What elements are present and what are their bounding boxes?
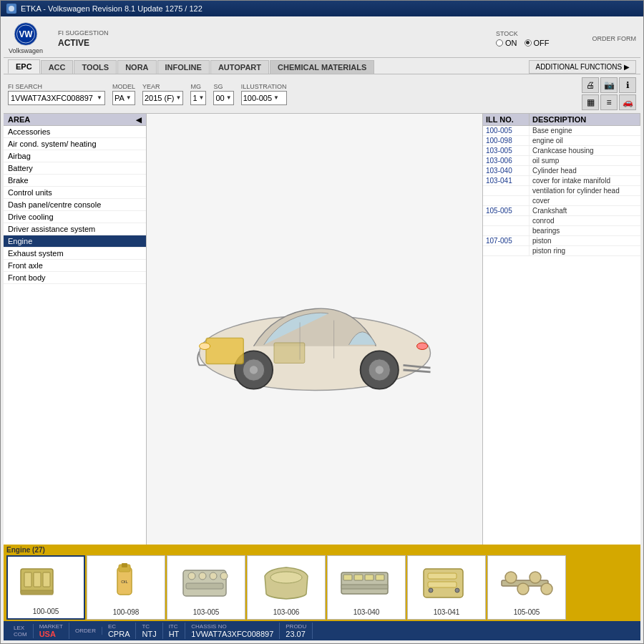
table-row[interactable]: 107-005 piston [483,236,640,246]
mg-label: MG [190,83,206,90]
thumbnail-103-005[interactable]: 103-005 [167,555,245,620]
info-icon[interactable]: ℹ [619,77,636,93]
stock-on-radio[interactable] [496,39,503,47]
tab-epc[interactable]: EPC [8,59,40,74]
area-item-driver-assistance[interactable]: Driver assistance system [4,223,146,235]
stock-off-radio[interactable] [525,39,532,47]
itc-label: ITC [169,623,180,630]
status-ec: EC CPRA [102,623,137,639]
model-dropdown[interactable]: PA ▼ [112,91,135,105]
table-row[interactable]: 103-041 cover for intake manifold [483,176,640,186]
part-code [483,216,530,225]
model-label: MODEL [112,83,135,90]
area-item-front-body[interactable]: Front body [4,272,146,284]
thumbnail-103-040[interactable]: 103-040 [327,555,406,620]
fi-search-input[interactable] [11,94,97,102]
part-desc: Crankshaft [530,206,640,215]
mg-arrow[interactable]: ▼ [199,94,205,101]
thumbnail-100-098[interactable]: OIL 100-098 [87,555,165,620]
area-item-accessories[interactable]: Accessories [4,126,146,138]
ill-no-header: ILL NO. [483,114,530,125]
table-row[interactable]: cover [483,196,640,206]
area-item-brake[interactable]: Brake [4,175,146,187]
fi-search-dropdown-arrow[interactable]: ▼ [97,94,102,101]
thumb-img-103-041 [411,559,482,607]
table-row[interactable]: 103-006 oil sump [483,156,640,166]
table-row[interactable]: 100-005 Base engine [483,126,640,136]
table-row[interactable]: conrod [483,216,640,226]
tab-nora[interactable]: NORA [117,60,156,74]
svg-point-7 [249,366,257,374]
area-item-air-cond[interactable]: Air cond. system/ heating [4,138,146,150]
illustration-field: ILLUSTRATION 100-005 ▼ [241,83,287,105]
table-row[interactable]: 100-098 engine oil [483,136,640,146]
tab-autopart[interactable]: AUTOPART [210,60,269,74]
area-item-front-axle[interactable]: Front axle [4,260,146,272]
grid-icon[interactable]: ▦ [582,94,599,110]
table-row[interactable]: piston ring [483,246,640,256]
area-item-exhaust[interactable]: Exhaust system [4,248,146,260]
sg-field: SG 00 ▼ [213,83,233,105]
part-code: 103-041 [483,176,530,185]
fi-suggestion-label: FI SUGGESTION [58,29,109,36]
svg-point-44 [429,588,433,592]
year-arrow[interactable]: ▼ [176,94,182,101]
thumb-label-103-041: 103-041 [434,608,460,616]
area-item-engine[interactable]: Engine [4,235,146,248]
thumbnail-100-005[interactable]: 100-005 [6,555,85,620]
part-code [483,186,530,195]
table-row[interactable]: 103-040 Cylinder head [483,166,640,176]
mg-dropdown[interactable]: 1 ▼ [190,91,206,105]
svg-point-17 [199,343,210,350]
lexcom-icon: LEXCOM [14,625,27,638]
table-row[interactable]: ventilation for cylinder head [483,186,640,196]
area-item-airbag[interactable]: Airbag [4,150,146,162]
order-form-block: ORDER FORM [592,35,637,42]
thumb-img-105-005 [491,559,562,607]
status-bar: LEXCOM MARKET USA ORDER EC CPRA TC NTJ I… [4,621,640,640]
table-row[interactable]: bearings [483,226,640,236]
tab-chemical[interactable]: CHEMICAL MATERIALS [270,60,374,74]
list-icon[interactable]: ≡ [600,94,618,110]
part-code [483,196,530,205]
area-item-drive-cooling[interactable]: Drive cooling [4,211,146,223]
stock-off-option[interactable]: OFF [525,39,550,47]
table-row[interactable]: 105-005 Crankshaft [483,206,640,216]
area-item-dash-panel[interactable]: Dash panel/centre console [4,199,146,211]
svg-rect-20 [24,572,31,587]
thumbnail-105-005[interactable]: 105-005 [487,555,566,620]
area-title: AREA [8,115,30,124]
year-dropdown[interactable]: 2015 (F) ▼ [142,91,184,105]
part-code: 100-098 [483,136,530,145]
thumb-img-103-040 [331,559,402,607]
thumbnail-103-041[interactable]: 103-041 [407,555,486,620]
tc-value: NTJ [142,630,156,638]
car-icon[interactable]: 🚗 [619,94,636,110]
tab-infoline[interactable]: INFOLINE [157,60,210,74]
main-content: VW Volkswagen FI SUGGESTION ACTIVE STOCK… [1,16,643,643]
table-row[interactable]: 103-005 Crankcase housing [483,146,640,156]
model-arrow[interactable]: ▼ [126,94,132,101]
tab-tools[interactable]: TOOLS [74,60,117,74]
tab-acc[interactable]: ACC [41,60,74,74]
thumbnail-103-006[interactable]: 103-006 [247,555,326,620]
illustration-arrow[interactable]: ▼ [273,94,279,101]
part-desc: cover [530,196,640,205]
model-field: MODEL PA ▼ [112,83,135,105]
stock-block: STOCK ON OFF [496,30,550,47]
additional-functions-btn[interactable]: ADDITIONAL FUNCTIONS ▶ [529,60,636,74]
produ-value: 23.07 [286,630,306,638]
area-item-battery[interactable]: Battery [4,162,146,175]
search-bar: FI SEARCH ▼ MODEL PA ▼ YEAR 2015 (F) ▼ [4,74,640,114]
area-collapse-icon[interactable]: ◀ [136,116,142,124]
stock-on-option[interactable]: ON [496,39,517,47]
camera-icon[interactable]: 📷 [600,77,618,93]
sg-arrow[interactable]: ▼ [226,94,232,101]
fi-search-input-wrap[interactable]: ▼ [8,91,105,105]
area-item-control-units[interactable]: Control units [4,187,146,199]
part-desc: Base engine [530,126,640,135]
illustration-dropdown[interactable]: 100-005 ▼ [241,91,287,105]
svg-rect-11 [206,338,243,364]
sg-dropdown[interactable]: 00 ▼ [213,91,233,105]
print-icon[interactable]: 🖨 [582,77,599,93]
